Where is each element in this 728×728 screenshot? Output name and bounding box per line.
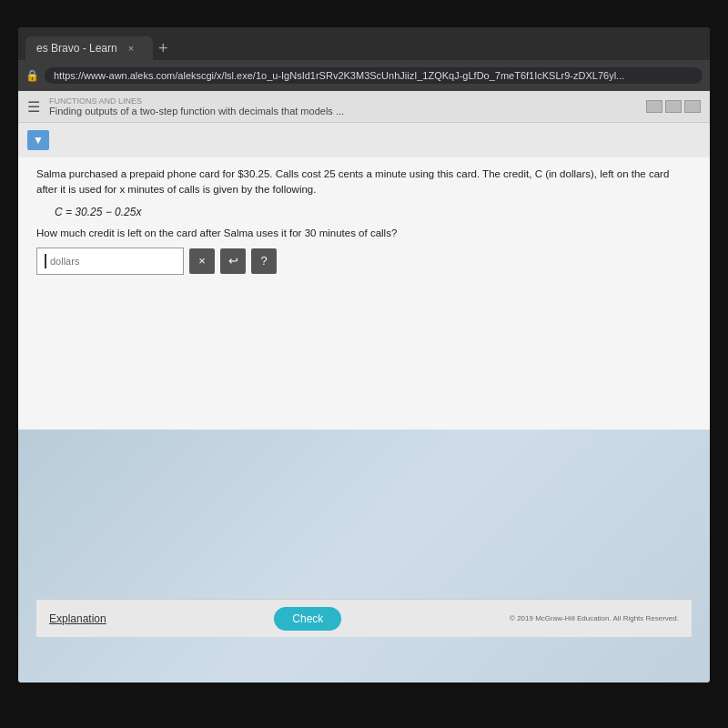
url-text: https://www-awn.aleks.com/alekscgi/x/lsl… <box>54 70 624 81</box>
text-cursor-icon <box>45 254 46 268</box>
tab-bar: es Bravo - Learn × + <box>18 27 710 60</box>
dropdown-arrow-button[interactable]: ▼ <box>27 130 49 150</box>
aleks-app: ☰ FUNCTIONS AND LINES Finding outputs of… <box>18 91 710 682</box>
help-button[interactable]: ? <box>251 248 277 274</box>
restore-button[interactable] <box>665 100 682 113</box>
bottom-bar: Explanation Check © 2019 McGraw-Hill Edu… <box>36 599 692 637</box>
hamburger-icon[interactable]: ☰ <box>27 98 40 116</box>
address-bar: 🔒 https://www-awn.aleks.com/alekscgi/x/l… <box>18 60 710 91</box>
question-text: Salma purchased a prepaid phone card for… <box>36 167 692 198</box>
sub-question-text: How much credit is left on the card afte… <box>36 228 692 238</box>
question-area: Salma purchased a prepaid phone card for… <box>18 157 710 430</box>
aleks-topbar: ☰ FUNCTIONS AND LINES Finding outputs of… <box>18 91 710 123</box>
content-background <box>18 430 710 683</box>
address-input[interactable]: https://www-awn.aleks.com/alekscgi/x/lsl… <box>45 67 703 84</box>
monitor-bezel: es Bravo - Learn × + 🔒 https://www-awn.a… <box>0 0 728 728</box>
section-title: Finding outputs of a two-step function w… <box>49 106 637 116</box>
formula-text: C = 30.25 − 0.25x <box>55 206 692 218</box>
answer-input-wrapper[interactable] <box>36 248 184 275</box>
screen: es Bravo - Learn × + 🔒 https://www-awn.a… <box>18 27 710 682</box>
check-button[interactable]: Check <box>274 607 341 631</box>
window-controls <box>646 100 701 113</box>
browser-chrome: es Bravo - Learn × + 🔒 https://www-awn.a… <box>18 27 710 91</box>
answer-input[interactable] <box>50 256 176 267</box>
section-info: FUNCTIONS AND LINES Finding outputs of a… <box>49 96 637 116</box>
undo-button[interactable]: ↩ <box>220 248 246 274</box>
clear-button[interactable]: × <box>189 248 215 274</box>
lock-icon: 🔒 <box>25 69 39 82</box>
active-tab[interactable]: es Bravo - Learn × <box>25 36 153 60</box>
tab-label: es Bravo - Learn <box>36 42 117 55</box>
new-tab-button[interactable]: + <box>158 40 168 60</box>
copyright-text: © 2019 McGraw-Hill Education. All Rights… <box>510 614 679 622</box>
explanation-button[interactable]: Explanation <box>49 612 106 625</box>
answer-row: × ↩ ? <box>36 248 692 275</box>
minimize-button[interactable] <box>646 100 662 113</box>
tab-close-button[interactable]: × <box>128 43 134 54</box>
section-label: FUNCTIONS AND LINES <box>49 96 637 106</box>
close-button[interactable] <box>684 100 701 113</box>
